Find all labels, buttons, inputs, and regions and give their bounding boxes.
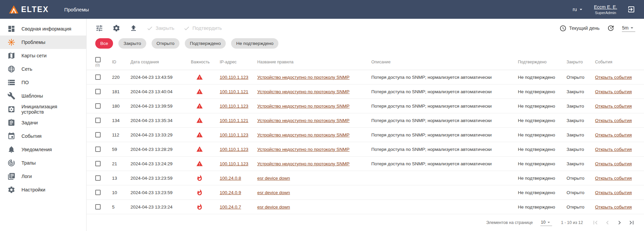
row-checkbox[interactable] (95, 118, 101, 123)
open-events-link[interactable]: Открыть события (595, 89, 632, 94)
open-events-link[interactable]: Открыть события (595, 205, 632, 210)
sidebar-item-label: Проблемы (21, 40, 45, 45)
range-label: 1 - 10 из 12 (561, 220, 583, 225)
row-checkbox[interactable] (95, 161, 101, 166)
open-events-link[interactable]: Открыть события (595, 176, 632, 181)
last-page-icon (628, 219, 635, 226)
sidebar-item-map[interactable]: Карты сети (0, 49, 86, 62)
sidebar-item-wrench[interactable]: Шаблоны (0, 89, 86, 103)
column-header-severity: Важность (191, 60, 220, 64)
sidebar-item-dashboard[interactable]: Сводная информация (0, 22, 86, 36)
rule-name-link[interactable]: Устройство недоступно по протоколу SNMP (257, 104, 350, 109)
row-checkbox[interactable] (95, 89, 101, 94)
rule-name-link[interactable]: Устройство недоступно по протоколу SNMP (257, 89, 350, 94)
filter-chip[interactable]: Не подтверждено (231, 38, 278, 49)
sidebar-item-globe[interactable]: Сеть (0, 62, 86, 76)
last-page-button[interactable] (628, 219, 635, 226)
sidebar-item-bell[interactable]: Уведомления (0, 143, 86, 156)
open-events-link[interactable]: Открыть события (595, 190, 632, 195)
sidebar-item-device-init[interactable]: Инициализация устройств (0, 103, 86, 116)
first-page-button[interactable] (592, 219, 599, 226)
filter-chip[interactable]: Все (95, 38, 113, 49)
sidebar-item-traps[interactable]: Трапы (0, 156, 86, 170)
sidebar-item-label: Сводная информация (21, 26, 71, 32)
sidebar-item-logs[interactable]: Логи (0, 170, 86, 183)
confirm-problems-button[interactable]: Подтвердить (183, 25, 222, 32)
ip-address-link[interactable]: 100.110.1.121 (220, 89, 248, 94)
filter-settings-button[interactable] (95, 24, 103, 32)
rule-name-link[interactable]: Устройство недоступно по протоколу SNMP (257, 132, 350, 137)
rule-name-link[interactable]: esr device down (257, 190, 290, 195)
ip-address-link[interactable]: 100.110.1.123 (220, 147, 248, 152)
rule-name-link[interactable]: Устройство недоступно по протоколу SNMP (257, 118, 350, 123)
ip-address-link[interactable]: 100.24.0.7 (220, 205, 241, 210)
export-button[interactable] (129, 24, 138, 32)
rule-name-link[interactable]: esr device down (257, 176, 290, 181)
ip-address-link[interactable]: 100.24.0.9 (220, 190, 241, 195)
table-row: 21 2024-04-23 13:24:29 100.110.1.123 Уст… (87, 157, 644, 171)
row-checkbox[interactable] (95, 103, 101, 109)
globe-icon (7, 65, 15, 73)
column-header-rule: Название правила (257, 60, 371, 64)
open-events-link[interactable]: Открыть события (595, 161, 632, 166)
row-checkbox[interactable] (95, 132, 101, 137)
wrench-icon (7, 92, 15, 100)
open-events-link[interactable]: Открыть события (595, 147, 632, 152)
ip-address-link[interactable]: 100.24.0.8 (220, 176, 241, 181)
row-closed: Закрыто (567, 132, 595, 137)
filter-chip[interactable]: Подтверждено (185, 38, 226, 49)
row-checkbox[interactable] (95, 74, 101, 80)
ip-address-link[interactable]: 100.110.1.123 (220, 104, 248, 109)
column-header-closed: Закрыто (567, 60, 595, 64)
user-name-link[interactable]: Eccm E. E. (594, 4, 617, 10)
filter-chip[interactable]: Закрыто (118, 38, 146, 49)
row-checkbox[interactable] (95, 190, 101, 195)
row-created: 2024-04-23 13:40:04 (130, 89, 191, 94)
previous-page-button[interactable] (604, 219, 611, 226)
period-selector[interactable]: Текущий день (559, 25, 600, 32)
row-checkbox[interactable] (95, 147, 101, 152)
row-id: 59 (112, 147, 130, 152)
rule-name-link[interactable]: Устройство недоступно по протоколу SNMP (257, 161, 350, 166)
ip-address-link[interactable]: 100.110.1.123 (220, 75, 248, 80)
row-checkbox[interactable] (95, 204, 101, 210)
sidebar-item-problems[interactable]: Проблемы (0, 36, 86, 49)
ip-address-link[interactable]: 100.110.1.121 (220, 118, 248, 123)
sidebar-item-tasks[interactable]: Задачи (0, 116, 86, 129)
row-confirmed: Не подтверждено (518, 176, 567, 181)
language-selector[interactable]: ru (573, 6, 584, 12)
refresh-button[interactable] (607, 24, 614, 32)
per-page-select[interactable]: 10 (540, 220, 552, 226)
row-id: 21 (112, 161, 130, 166)
upload-icon (129, 24, 138, 32)
rule-name-link[interactable]: Устройство недоступно по протоколу SNMP (257, 75, 350, 80)
tasks-icon (7, 119, 15, 127)
open-events-link[interactable]: Открыть события (595, 118, 632, 123)
close-problems-button[interactable]: Закрыть (147, 25, 174, 32)
table-settings-button[interactable] (112, 24, 120, 32)
row-checkbox[interactable] (95, 175, 101, 181)
rule-name-link[interactable]: esr device down (257, 205, 290, 210)
sidebar-item-calendar[interactable]: События (0, 129, 86, 143)
row-closed: Закрыто (567, 147, 595, 152)
open-events-link[interactable]: Открыть события (595, 75, 632, 80)
column-header-created: Дата создания (130, 60, 191, 64)
ip-address-link[interactable]: 100.110.1.123 (220, 161, 248, 166)
ip-address-link[interactable]: 100.110.1.123 (220, 132, 248, 137)
row-confirmed: Не подтверждено (518, 190, 567, 195)
row-description: Потеря доступа по SNMP; нормализуется ав… (371, 147, 518, 152)
sidebar-item-gear[interactable]: Настройки (0, 183, 86, 196)
rule-name-link[interactable]: Устройство недоступно по протоколу SNMP (257, 147, 350, 152)
sidebar-item-storage[interactable]: ПО (0, 76, 86, 89)
logout-button[interactable] (627, 5, 635, 13)
open-events-link[interactable]: Открыть события (595, 132, 632, 137)
refresh-interval-select[interactable]: 5m (622, 25, 635, 32)
next-page-button[interactable] (616, 219, 623, 226)
row-id: 220 (112, 75, 130, 80)
filter-chip[interactable]: Открыто (152, 38, 179, 49)
select-all-checkbox[interactable] (95, 57, 101, 62)
open-events-link[interactable]: Открыть события (595, 104, 632, 109)
column-header-description: Описание (371, 60, 518, 64)
warning-icon (196, 88, 203, 95)
row-closed: Закрыто (567, 104, 595, 109)
